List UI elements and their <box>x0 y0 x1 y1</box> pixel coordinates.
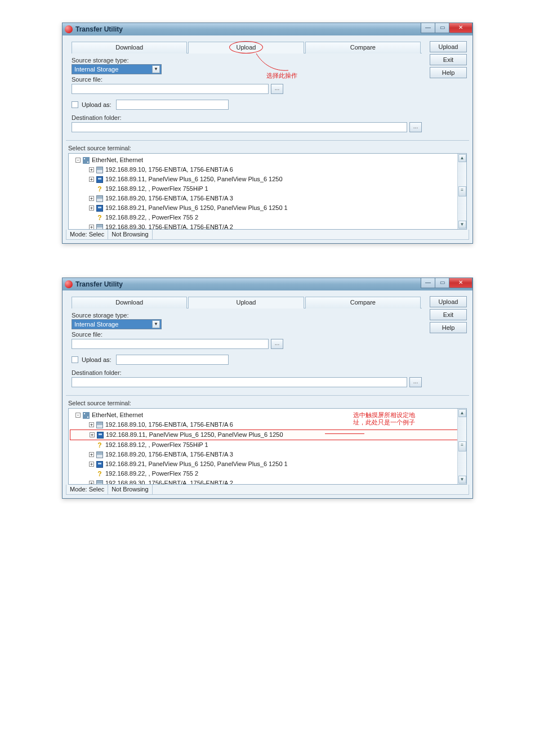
tree-item[interactable]: ?192.168.89.12, , PowerFlex 755HiP 1 <box>70 440 465 450</box>
help-button[interactable]: Help <box>430 322 467 333</box>
tab-upload[interactable]: Upload <box>188 297 304 308</box>
status-mode: Mode: Selec <box>66 230 108 239</box>
status-mode: Mode: Selec <box>66 485 108 494</box>
tree-item-label: 192.168.89.30, 1756-ENBT/A, 1756-ENBT/A … <box>105 222 233 230</box>
tab-compare[interactable]: Compare <box>305 297 421 308</box>
tree-item-label: 192.168.89.11, PanelView Plus_6 1250, Pa… <box>105 175 283 184</box>
scroll-up-button[interactable]: ▲ <box>458 154 466 162</box>
question-icon: ? <box>96 186 103 193</box>
tree-item-label: 192.168.89.22, , PowerFlex 755 2 <box>105 469 198 478</box>
collapse-icon[interactable]: - <box>75 158 81 163</box>
tree-scrollbar[interactable]: ▲ ≡ ▼ <box>457 154 466 229</box>
tab-download[interactable]: Download <box>72 297 187 308</box>
expand-icon[interactable]: + <box>89 452 94 457</box>
tree-item[interactable]: +192.168.89.30, 1756-ENBT/A, 1756-ENBT/A… <box>70 222 465 230</box>
tree-item[interactable]: ?192.168.89.22, , PowerFlex 755 2 <box>70 213 465 222</box>
maximize-button[interactable]: ▭ <box>435 23 449 33</box>
upload-button[interactable]: Upload <box>430 296 467 307</box>
maximize-button[interactable]: ▭ <box>435 278 449 288</box>
tab-bar: Download Upload Compare <box>72 296 422 308</box>
minimize-button[interactable]: — <box>421 23 435 33</box>
source-storage-type-value: Internal Storage <box>74 66 118 73</box>
expand-icon[interactable]: + <box>90 432 95 437</box>
scroll-up-button[interactable]: ▲ <box>458 409 466 417</box>
tree-item[interactable]: +192.168.89.20, 1756-ENBT/A, 1756-ENBT/A… <box>70 194 465 203</box>
help-button[interactable]: Help <box>430 67 467 78</box>
tree-item[interactable]: +192.168.89.21, PanelView Plus_6 1250, P… <box>70 459 465 469</box>
panelview-icon <box>96 176 103 183</box>
exit-button[interactable]: Exit <box>430 309 467 320</box>
tree-item-label: 192.168.89.20, 1756-ENBT/A, 1756-ENBT/A … <box>105 450 233 459</box>
tree-item-label: 192.168.89.21, PanelView Plus_6 1250, Pa… <box>105 203 288 213</box>
expand-icon[interactable]: + <box>89 422 94 427</box>
titlebar[interactable]: Transfer Utility — ▭ ✕ <box>63 23 472 35</box>
destination-folder-input[interactable] <box>72 377 407 387</box>
minimize-button[interactable]: — <box>421 278 435 288</box>
expand-icon[interactable]: + <box>89 167 94 172</box>
tree-item[interactable]: +192.168.89.21, PanelView Plus_6 1250, P… <box>70 203 465 213</box>
scroll-thumb[interactable]: ≡ <box>458 441 466 451</box>
upload-button[interactable]: Upload <box>430 41 467 52</box>
collapse-icon[interactable]: - <box>75 413 81 418</box>
module-icon <box>96 195 103 202</box>
transfer-utility-window-2: Transfer Utility — ▭ ✕ Download Upload C… <box>62 278 473 499</box>
panelview-icon <box>96 205 103 212</box>
source-file-input[interactable] <box>72 84 269 94</box>
source-file-browse-button[interactable]: ... <box>271 339 283 349</box>
panelview-icon <box>96 461 103 468</box>
source-storage-type-select[interactable]: Internal Storage ▼ <box>72 319 162 329</box>
chevron-down-icon: ▼ <box>152 320 160 328</box>
scroll-thumb[interactable]: ≡ <box>458 186 466 196</box>
tab-upload[interactable]: Upload <box>188 42 304 53</box>
destination-folder-input[interactable] <box>72 122 407 132</box>
tree-item-label: 192.168.89.11, PanelView Plus_6 1250, Pa… <box>106 430 283 440</box>
window-title: Transfer Utility <box>75 25 123 33</box>
exit-button[interactable]: Exit <box>430 54 467 65</box>
destination-browse-button[interactable]: ... <box>409 122 422 132</box>
tree-item[interactable]: ?192.168.89.22, , PowerFlex 755 2 <box>70 469 465 478</box>
upload-as-input[interactable] <box>116 100 229 110</box>
expand-icon[interactable]: + <box>89 205 94 211</box>
source-storage-type-select[interactable]: Internal Storage ▼ <box>72 64 162 74</box>
expand-icon[interactable]: + <box>89 225 94 230</box>
tab-compare[interactable]: Compare <box>305 42 421 53</box>
titlebar[interactable]: Transfer Utility — ▭ ✕ <box>63 278 472 290</box>
module-icon <box>96 167 103 173</box>
scroll-down-button[interactable]: ▼ <box>458 476 466 484</box>
tree-item[interactable]: +192.168.89.20, 1756-ENBT/A, 1756-ENBT/A… <box>70 450 465 459</box>
tree-item-label: 192.168.89.12, , PowerFlex 755HiP 1 <box>105 184 208 194</box>
tree-item[interactable]: +192.168.89.11, PanelView Plus_6 1250, P… <box>70 175 465 184</box>
upload-as-checkbox[interactable] <box>72 101 78 108</box>
source-terminal-tree[interactable]: -EtherNet, Ethernet+192.168.89.10, 1756-… <box>68 153 467 230</box>
network-icon <box>83 157 90 164</box>
label-destination-folder: Destination folder: <box>72 114 422 121</box>
upload-as-input[interactable] <box>116 355 229 365</box>
tree-item[interactable]: +192.168.89.10, 1756-ENBT/A, 1756-ENBT/A… <box>70 165 465 175</box>
close-button[interactable]: ✕ <box>449 23 472 33</box>
expand-icon[interactable]: + <box>89 481 94 485</box>
tree-item[interactable]: +192.168.89.11, PanelView Plus_6 1250, P… <box>70 430 465 440</box>
tree-item[interactable]: ?192.168.89.12, , PowerFlex 755HiP 1 <box>70 184 465 194</box>
tree-item-label: 192.168.89.12, , PowerFlex 755HiP 1 <box>105 440 208 450</box>
tree-item-label: 192.168.89.10, 1756-ENBT/A, 1756-ENBT/A … <box>105 165 233 175</box>
scroll-down-button[interactable]: ▼ <box>458 221 466 229</box>
source-file-browse-button[interactable]: ... <box>271 84 283 94</box>
tab-download[interactable]: Download <box>72 42 187 53</box>
expand-icon[interactable]: + <box>89 462 94 467</box>
module-icon <box>96 224 103 230</box>
destination-browse-button[interactable]: ... <box>409 377 422 387</box>
source-file-input[interactable] <box>72 339 269 349</box>
close-button[interactable]: ✕ <box>449 278 472 288</box>
tree-root[interactable]: -EtherNet, Ethernet <box>70 155 465 165</box>
upload-as-checkbox[interactable] <box>72 356 78 363</box>
expand-icon[interactable]: + <box>89 196 94 201</box>
tree-item[interactable]: +192.168.89.30, 1756-ENBT/A, 1756-ENBT/A… <box>70 478 465 485</box>
tree-item-label: 192.168.89.30, 1756-ENBT/A, 1756-ENBT/A … <box>105 478 233 485</box>
status-bar: Mode: Selec Not Browsing <box>66 485 469 495</box>
tab-bar: Download Upload Compare <box>72 41 422 53</box>
status-bar: Mode: Selec Not Browsing <box>66 230 469 240</box>
tree-scrollbar[interactable]: ▲ ≡ ▼ <box>457 409 466 484</box>
expand-icon[interactable]: + <box>89 177 94 182</box>
transfer-utility-window-1: Transfer Utility — ▭ ✕ Download Upload C… <box>62 23 473 244</box>
source-storage-type-value: Internal Storage <box>74 321 118 328</box>
